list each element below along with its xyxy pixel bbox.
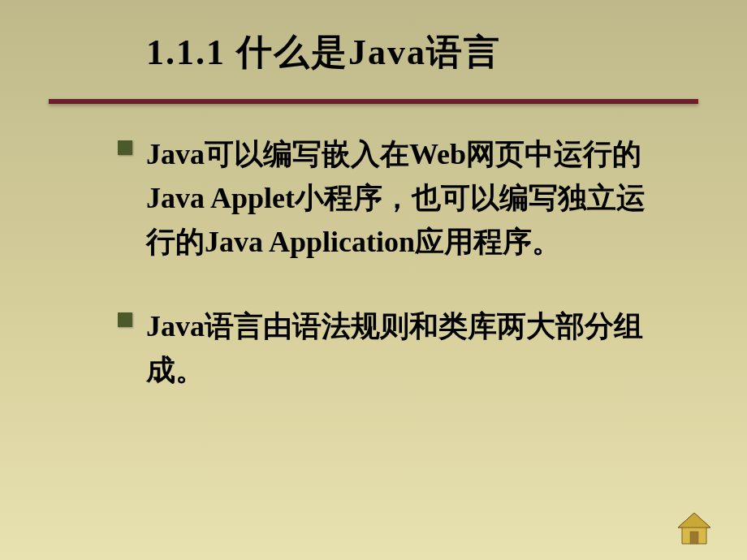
square-bullet-icon (118, 312, 132, 327)
home-button[interactable] (674, 511, 715, 548)
slide-title: 1.1.1 什么是Java语言 (146, 28, 698, 76)
content-area: Java可以编写嵌入在Web网页中运行的Java Applet小程序，也可以编写… (49, 132, 698, 392)
square-bullet-icon (118, 140, 132, 155)
slide-container: 1.1.1 什么是Java语言 Java可以编写嵌入在Web网页中运行的Java… (0, 0, 747, 560)
home-icon (674, 511, 715, 548)
title-area: 1.1.1 什么是Java语言 (49, 28, 698, 93)
bullet-item: Java可以编写嵌入在Web网页中运行的Java Applet小程序，也可以编写… (118, 132, 666, 264)
bullet-text: Java语言由语法规则和类库两大部分组成。 (146, 304, 666, 392)
bullet-item: Java语言由语法规则和类库两大部分组成。 (118, 304, 666, 392)
title-divider (49, 99, 698, 104)
svg-rect-2 (690, 532, 698, 544)
bullet-text: Java可以编写嵌入在Web网页中运行的Java Applet小程序，也可以编写… (146, 132, 666, 264)
svg-marker-1 (678, 513, 710, 528)
